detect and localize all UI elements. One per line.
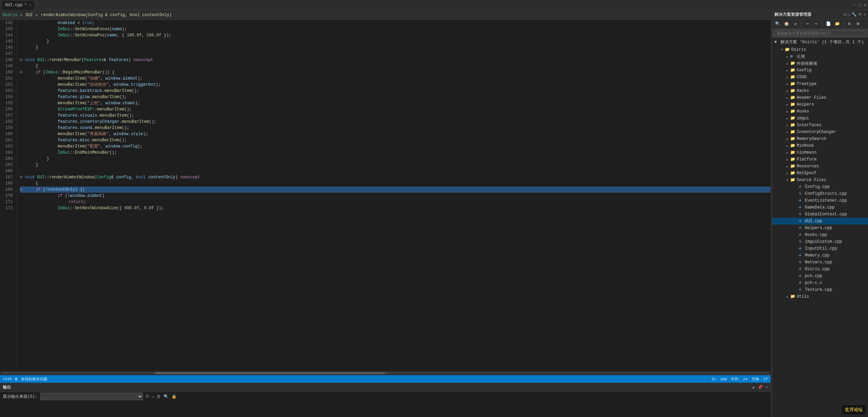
fold-170[interactable] (20, 193, 25, 199)
fold-157[interactable] (20, 112, 25, 119)
fold-162[interactable] (20, 143, 25, 150)
tree-item-platform[interactable]: ▶ 📁 Platform (772, 156, 868, 163)
tree-item-gamedata-cpp[interactable]: ∔ GameData.cpp (772, 204, 868, 211)
maximize-icon[interactable]: □ (858, 2, 861, 8)
scrollbar-thumb[interactable] (155, 372, 385, 374)
tree-item-inventorychanger[interactable]: ▶ 📁 InventoryChanger (772, 129, 868, 135)
tree-item-hacks[interactable]: ▶ 📁 Hacks (772, 87, 868, 94)
fold-142[interactable] (20, 20, 25, 26)
fold-172[interactable] (20, 205, 25, 211)
fold-148[interactable]: ⊟ (20, 57, 25, 63)
minimize-icon[interactable]: ─ (853, 2, 855, 8)
search-input[interactable] (774, 30, 866, 36)
tree-item-retspoof[interactable]: ▶ 📁 RetSpoof (772, 170, 868, 177)
fold-149[interactable] (20, 63, 25, 69)
tree-item-utils[interactable]: ▶ 📁 Utils (772, 293, 868, 300)
output-pin-icon[interactable]: 📌 (758, 385, 763, 390)
fold-169[interactable]: ⊟ (20, 187, 25, 193)
toolbar-folder-btn[interactable]: 📁 (833, 20, 841, 28)
tree-item-helpers[interactable]: ▶ 📁 Helpers (772, 101, 868, 108)
output-find-icon[interactable]: 🔍 (164, 394, 169, 399)
output-wrap-icon[interactable]: ↵ (152, 394, 154, 399)
tree-item-sourcefiles[interactable]: ▶ 📁 Source Files (772, 177, 868, 183)
tree-item-globalcontext-cpp[interactable]: ∔ GlobalContext.cpp (772, 211, 868, 218)
tree-item-hooks-cpp[interactable]: ∔ Hooks.cpp (772, 231, 868, 238)
toolbar-redo-btn[interactable]: ↪ (812, 20, 820, 28)
fold-171[interactable] (20, 199, 25, 205)
toolbar-extra-btn[interactable]: ⊞ (854, 20, 862, 28)
output-collapse-icon[interactable]: ▲ (752, 385, 755, 390)
toolbar-search-btn[interactable]: 🔍 (774, 20, 781, 28)
tree-item-config[interactable]: ▶ 📁 Config (772, 67, 868, 74)
fold-166[interactable] (20, 168, 25, 174)
fold-165[interactable] (20, 162, 25, 168)
fold-155[interactable] (20, 100, 25, 106)
fold-147[interactable] (20, 51, 25, 57)
fold-146[interactable] (20, 45, 25, 51)
properties-icon[interactable]: 🔧 (852, 12, 857, 17)
fold-144[interactable] (20, 32, 25, 38)
tree-item-config-cpp[interactable]: ∔ Config.cpp (772, 183, 868, 190)
tree-item-imguicustom-cpp[interactable]: ∔ imguiCustom.cpp (772, 238, 868, 245)
tree-item-hooks[interactable]: ▶ 📁 Hooks (772, 108, 868, 115)
toolbar-refresh-btn[interactable]: ↺ (792, 20, 799, 28)
close-window-icon[interactable]: ✕ (864, 2, 867, 8)
tree-item-headerfiles[interactable]: ▶ 📁 Header Files (772, 94, 868, 101)
output-clear-icon[interactable]: 🗑 (157, 394, 161, 399)
fold-145[interactable] (20, 38, 25, 45)
fold-159[interactable] (20, 125, 25, 131)
fold-150[interactable]: ⊟ (20, 69, 25, 75)
tree-item-csgo[interactable]: ▶ 📁 CSGO (772, 74, 868, 81)
tree-item-resources[interactable]: ▶ 📁 Resources (772, 163, 868, 170)
toolbar-home-btn[interactable]: 🏠 (783, 20, 790, 28)
source-select[interactable] (40, 393, 143, 400)
tab-gui-cpp[interactable]: GUI.cpp * ✕ (1, 0, 35, 10)
collapse-all-icon[interactable]: ⊟ (844, 12, 846, 17)
fold-161[interactable] (20, 137, 25, 143)
fold-158[interactable] (20, 119, 25, 125)
tree-item-interfaces[interactable]: ▶ 📁 Interfaces (772, 122, 868, 129)
fold-151[interactable] (20, 75, 25, 82)
fold-168[interactable] (20, 180, 25, 187)
toolbar-undo-btn[interactable]: ↩ (804, 20, 811, 28)
toolbar-file-btn[interactable]: 📄 (824, 20, 832, 28)
tree-item-minhook[interactable]: ▶ 📁 MinHook (772, 142, 868, 149)
tree-item-external-deps[interactable]: ▶ 📁 外部依赖项 (772, 60, 868, 67)
tree-item-texture-cpp[interactable]: ∔ Texture.cpp (772, 286, 868, 293)
fold-156[interactable] (20, 106, 25, 112)
preview-icon[interactable]: 👁 (858, 12, 862, 17)
fold-143[interactable] (20, 26, 25, 32)
scrollbar-track[interactable] (1, 372, 769, 374)
output-copy-icon[interactable]: ⧉ (146, 394, 149, 399)
tree-item-configstructs-cpp[interactable]: ∔ ConfigStructs.cpp (772, 190, 868, 197)
tree-item-nlohmann[interactable]: ▶ 📁 nlohmann (772, 149, 868, 156)
toolbar-settings-btn[interactable]: ⚙ (845, 20, 853, 28)
fold-152[interactable] (20, 82, 25, 88)
tree-item-osiris[interactable]: ▶ 📁 Osiris (772, 46, 868, 53)
close-panel-icon[interactable]: ✕ (864, 12, 866, 17)
tree-item-freetype[interactable]: ▶ 📁 freetype (772, 81, 868, 87)
expand-arrow[interactable]: ▼ (774, 40, 777, 45)
tree-item-pch-cpp[interactable]: ∔ pch.cpp (772, 273, 868, 279)
tree-item-imgui[interactable]: ▶ 📁 imgui (772, 115, 868, 122)
code-content[interactable]: enabled = true; ImGui::SetWindowFocus(na… (17, 20, 771, 371)
horizontal-scrollbar[interactable] (0, 371, 771, 375)
fold-153[interactable] (20, 88, 25, 94)
fold-160[interactable] (20, 131, 25, 137)
show-all-icon[interactable]: ◻ (848, 12, 850, 17)
tree-item-references[interactable]: ▶ ⊞ 引用 (772, 53, 868, 60)
tree-item-memorysearch[interactable]: ▶ 📁 MemorySearch (772, 135, 868, 142)
fold-167[interactable]: ⊟ (20, 174, 25, 180)
tree-item-gui-cpp[interactable]: ∔ GUI.cpp (772, 218, 868, 225)
tab-close-button[interactable]: ✕ (29, 3, 31, 7)
tree-item-osiris-cpp[interactable]: ∔ Osiris.cpp (772, 266, 868, 273)
code-editor[interactable]: 142 143 144 145 146 147 148 149 150 151 … (0, 20, 771, 371)
fold-154[interactable] (20, 94, 25, 100)
tree-item-memory-cpp[interactable]: ∔ Memory.cpp (772, 252, 868, 259)
solution-tree[interactable]: ▶ 📁 Osiris ▶ ⊞ 引用 ▶ 📁 外部依赖项 ▶ 📁 Config (772, 46, 868, 417)
tree-item-netvars-cpp[interactable]: ∔ Netvars.cpp (772, 259, 868, 266)
tree-item-pch-c[interactable]: ∔ pch-c.c (772, 279, 868, 286)
fold-163[interactable] (20, 150, 25, 156)
output-close-icon[interactable]: ✕ (765, 385, 768, 390)
tree-item-eventlistener-cpp[interactable]: ∔ EventListener.cpp (772, 197, 868, 204)
